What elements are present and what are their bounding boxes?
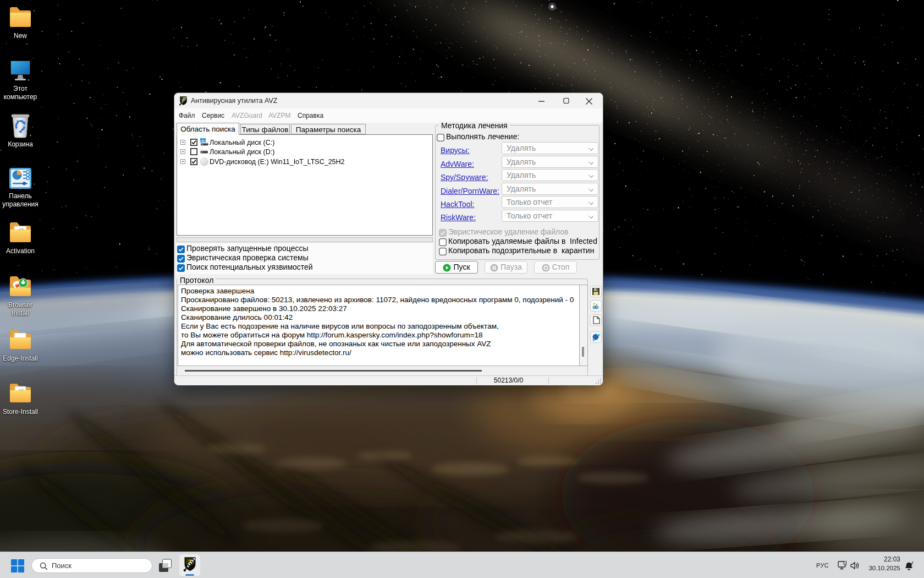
svg-text:z: z xyxy=(912,560,914,564)
